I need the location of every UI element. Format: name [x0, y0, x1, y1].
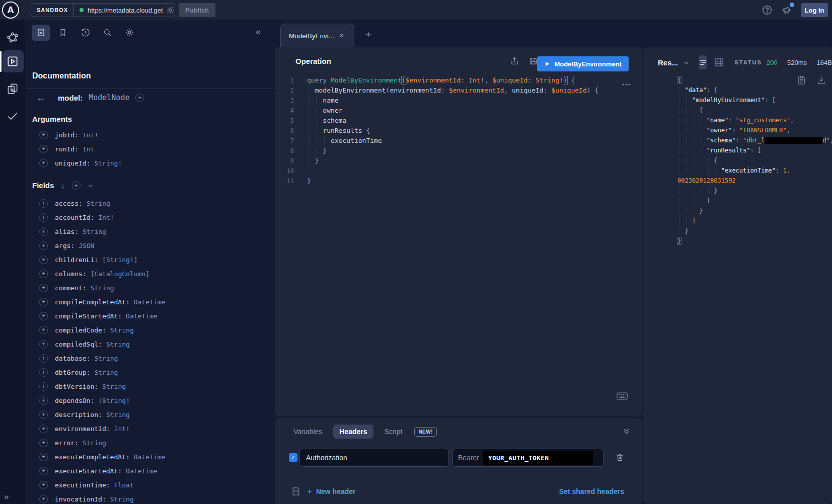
add-to-query-icon[interactable]: + [39, 284, 48, 292]
close-tab-icon[interactable]: × [339, 31, 344, 40]
add-to-query-icon[interactable]: + [39, 425, 48, 433]
collapse-request-panel-icon[interactable] [623, 427, 631, 435]
add-to-query-icon[interactable]: + [39, 241, 48, 250]
field-row[interactable]: +description:String [39, 407, 165, 422]
edit-script-icon[interactable] [291, 486, 301, 496]
history-icon[interactable] [76, 25, 94, 41]
sidebar-item-checks[interactable] [0, 104, 25, 128]
field-row[interactable]: +compileStartedAt:DateTime [39, 309, 165, 323]
field-row[interactable]: +accountId:Int! [39, 210, 165, 224]
bookmarks-icon[interactable] [54, 25, 72, 41]
add-fields-icon[interactable]: + [72, 181, 81, 190]
field-row[interactable]: +comment:String [39, 281, 165, 295]
field-row[interactable]: +executeStartedAt:DateTime [39, 464, 165, 478]
tab-script[interactable]: Script [379, 425, 409, 439]
field-row[interactable]: +executionTime:Float [39, 478, 165, 492]
code-token: : [527, 76, 536, 84]
field-row[interactable]: +alias:String [39, 224, 165, 238]
new-tab-button[interactable]: + [365, 29, 371, 41]
sidebar-item-schema[interactable] [0, 25, 25, 49]
field-row[interactable]: +compiledCode:String [39, 323, 165, 337]
field-row[interactable]: +compiledSql:String [39, 337, 165, 351]
code-token: String! [536, 76, 563, 84]
field-row[interactable]: +dbtGroup:String [39, 365, 165, 379]
field-row[interactable]: +invocationId:String [39, 492, 165, 504]
add-to-query-icon[interactable]: + [39, 312, 48, 320]
sort-fields-icon[interactable]: ↓ [61, 181, 65, 190]
add-to-query-icon[interactable]: + [39, 396, 48, 405]
add-to-query-icon[interactable]: + [39, 213, 48, 222]
field-row[interactable]: +access:String [39, 196, 165, 210]
field-row[interactable]: +error:String [39, 436, 165, 450]
delete-header-icon[interactable] [615, 452, 625, 462]
settings-gear-icon[interactable] [120, 25, 138, 41]
code-token: $environmentId [406, 76, 461, 84]
argument-row[interactable]: +runId:Int [39, 142, 122, 156]
search-icon[interactable] [98, 25, 116, 41]
expand-rail-button[interactable]: » [4, 492, 9, 502]
tab-headers[interactable]: Headers [333, 425, 373, 439]
sidebar-item-explorer[interactable] [0, 49, 25, 73]
argument-row[interactable]: +uniqueId:String! [39, 156, 122, 170]
add-to-query-icon[interactable]: + [39, 340, 48, 349]
endpoint-url-group[interactable]: SANDBOX https://metadata.cloud.get [31, 3, 175, 17]
add-to-query-icon[interactable]: + [39, 145, 48, 153]
add-to-query-icon[interactable]: + [39, 439, 48, 447]
add-to-query-icon[interactable]: + [39, 326, 48, 334]
add-to-query-icon[interactable]: + [39, 298, 48, 306]
keyboard-shortcuts-icon[interactable] [617, 392, 628, 400]
header-value-input[interactable]: Bearer YOUR_AUTH_TOKEN [452, 449, 603, 467]
back-arrow-icon[interactable]: ← [36, 93, 45, 102]
add-to-query-icon[interactable]: + [39, 495, 48, 503]
add-to-query-icon[interactable]: + [39, 410, 48, 419]
code-token: $uniqueId [492, 76, 527, 84]
chevron-down-icon[interactable] [88, 183, 94, 189]
field-row[interactable]: +environmentId:Int! [39, 422, 165, 436]
sidebar-item-sandbox-collection[interactable] [0, 76, 25, 101]
publish-button[interactable]: Publish [179, 3, 215, 17]
field-row[interactable]: +compileCompletedAt:DateTime [39, 295, 165, 309]
add-to-query-icon[interactable]: + [39, 131, 48, 139]
pretty-print-view-icon[interactable] [699, 55, 707, 69]
add-to-query-icon[interactable]: + [39, 256, 48, 264]
add-to-query-icon[interactable]: + [39, 159, 48, 167]
add-to-query-icon[interactable]: + [39, 199, 48, 208]
help-icon[interactable] [762, 5, 773, 16]
field-row[interactable]: +columns:[CatalogColumn] [39, 267, 165, 281]
field-row[interactable]: +executeCompletedAt:DateTime [39, 450, 165, 464]
tab-variables[interactable]: Variables [287, 425, 328, 439]
operation-tab[interactable]: ModelByEnvi... × [280, 24, 354, 47]
announcements-icon[interactable] [781, 5, 793, 16]
collapse-panel-icon[interactable]: « [256, 27, 261, 37]
set-shared-headers-button[interactable]: Set shared headers [559, 487, 624, 495]
connection-settings-gear-icon[interactable] [166, 6, 175, 15]
add-to-query-icon[interactable]: + [39, 368, 48, 377]
add-all-fields-icon[interactable]: + [135, 94, 144, 102]
graphql-code-editor[interactable]: 1query ModelByEnvironment($environmentId… [275, 75, 627, 186]
add-to-query-icon[interactable]: + [39, 382, 48, 391]
apollo-logo[interactable]: A [2, 2, 19, 19]
add-to-query-icon[interactable]: + [39, 227, 48, 236]
field-row[interactable]: +dbtVersion:String [39, 379, 165, 393]
new-header-button[interactable]: + New header [307, 486, 356, 496]
field-row[interactable]: +dependsOn:[String] [39, 393, 165, 407]
add-to-query-icon[interactable]: + [39, 354, 48, 363]
add-to-query-icon[interactable]: + [39, 481, 48, 489]
header-enabled-checkbox[interactable]: ✓ [289, 453, 297, 462]
documentation-tab-icon[interactable] [32, 25, 50, 41]
login-button[interactable]: Log in [801, 3, 828, 17]
add-to-query-icon[interactable]: + [39, 270, 48, 278]
run-operation-button[interactable]: ModelByEnvironment [537, 56, 629, 71]
field-row[interactable]: +childrenL1:[String!] [39, 253, 165, 267]
response-dropdown-chevron-icon[interactable] [683, 59, 690, 66]
field-row[interactable]: +args:JSON [39, 238, 165, 253]
field-row[interactable]: +database:String [39, 351, 165, 365]
header-key-input[interactable]: Authorization [299, 449, 449, 467]
editor-menu-icon[interactable] [622, 83, 631, 86]
endpoint-url-input[interactable]: https://metadata.cloud.get [88, 7, 167, 14]
share-operation-icon[interactable] [510, 56, 519, 66]
argument-row[interactable]: +jobId:Int! [39, 128, 122, 142]
table-view-icon[interactable] [714, 57, 724, 67]
add-to-query-icon[interactable]: + [39, 467, 48, 475]
add-to-query-icon[interactable]: + [39, 453, 48, 461]
